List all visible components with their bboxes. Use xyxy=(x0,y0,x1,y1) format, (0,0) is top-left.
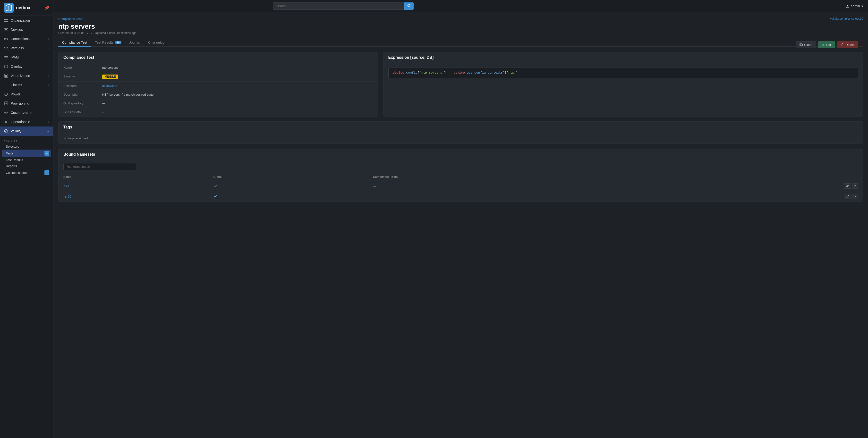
sidebar-item-wireless[interactable]: Wireless › xyxy=(0,43,53,53)
svg-rect-6 xyxy=(5,29,7,30)
sidebar-item-operations[interactable]: Operations 8 › xyxy=(0,117,53,126)
namesets-table: Name Global Compliance Tests ns-1 xyxy=(59,174,863,202)
svg-point-20 xyxy=(407,4,410,6)
svg-rect-3 xyxy=(4,21,6,22)
code-object: device xyxy=(393,71,404,74)
svg-point-8 xyxy=(7,38,8,39)
row-chevron-button[interactable]: ▾ xyxy=(852,194,858,199)
org-icon xyxy=(4,18,8,23)
nameset-compliance-cell: — xyxy=(368,181,661,191)
svg-point-18 xyxy=(5,121,7,123)
col-global: Global xyxy=(209,174,368,181)
nameset-name-cell: ns-50 xyxy=(59,191,209,202)
tab-bar: Compliance Test Test Results 16 Journal … xyxy=(58,39,863,47)
detail-label-git-repo: Git Repository xyxy=(59,99,97,107)
sidebar-item-virtualization[interactable]: Virtualization › xyxy=(0,71,53,81)
tab-compliance-test[interactable]: Compliance Test xyxy=(58,39,91,47)
sidebar-item-overlay[interactable]: Overlay › xyxy=(0,62,53,71)
breadcrumb-link[interactable]: Compliance Tests xyxy=(58,17,83,21)
sidebar-item-label: Devices xyxy=(11,28,23,32)
sidebar-item-label: Connections xyxy=(11,37,30,41)
tab-test-results[interactable]: Test Results 16 xyxy=(91,39,125,47)
search-button[interactable] xyxy=(404,2,413,10)
tab-label: Compliance Test xyxy=(62,40,87,44)
sidebar-item-tests[interactable]: Tests + xyxy=(2,150,51,157)
chevron-right-icon: › xyxy=(48,19,49,22)
netbox-logo xyxy=(4,3,13,12)
search-input[interactable] xyxy=(273,2,404,10)
sidebar-item-customization[interactable]: Customization › xyxy=(0,108,53,117)
severity-badge: MIDDLE xyxy=(102,74,118,79)
tags-card-header: Tags xyxy=(59,122,863,133)
tab-journal[interactable]: Journal xyxy=(125,39,144,47)
sidebar-item-connections[interactable]: Connections › xyxy=(0,34,53,43)
detail-label-severity: Severity xyxy=(59,72,97,81)
sidebar-item-label: Overlay xyxy=(11,65,22,68)
namesets-search-container xyxy=(59,160,863,174)
detail-value-git-file: – xyxy=(97,108,378,116)
sidebar-item-devices[interactable]: Devices › xyxy=(0,25,53,34)
topbar: admin ▾ xyxy=(54,0,868,12)
namesets-table-head: Name Global Compliance Tests xyxy=(59,174,863,181)
code-object2: device xyxy=(454,71,465,74)
sidebar-item-provisioning[interactable]: Provisioning › xyxy=(0,99,53,108)
sidebar-item-label: Operations 8 xyxy=(11,120,30,124)
user-chevron-icon: ▾ xyxy=(862,4,863,8)
sidebar-item-label: Validity xyxy=(11,129,21,133)
chevron-right-icon: › xyxy=(48,102,49,105)
breadcrumb[interactable]: Compliance Tests xyxy=(58,17,863,21)
add-git-repo-button[interactable]: + xyxy=(44,170,49,175)
chevron-down-icon: ⌄ xyxy=(47,129,49,133)
row-chevron-button[interactable]: ▾ xyxy=(852,183,858,189)
row-edit-button[interactable] xyxy=(844,183,851,189)
selectors-link[interactable]: all devices xyxy=(102,84,117,88)
sidebar-item-label: Provisioning xyxy=(11,101,29,105)
svg-point-7 xyxy=(4,38,6,39)
check-icon xyxy=(214,184,217,188)
compliance-test-card-body: Name ntp servers Severity MIDDLE Selecto… xyxy=(59,63,378,116)
nameset-link[interactable]: ns-1 xyxy=(63,184,69,188)
nameset-compliance-cell: — xyxy=(368,191,661,202)
namesets-search-input[interactable] xyxy=(63,163,136,170)
svg-rect-15 xyxy=(5,75,7,77)
code-eq: == xyxy=(446,71,454,74)
sidebar-item-validity[interactable]: Validity ⌄ xyxy=(0,126,53,136)
tab-changelog[interactable]: Changelog xyxy=(144,39,168,47)
pin-icon[interactable]: 📌 xyxy=(44,6,49,10)
svg-rect-12 xyxy=(4,58,8,58)
expression-card-header: Expression [source: DB] xyxy=(383,52,863,63)
tab-label: Test Results xyxy=(95,40,114,44)
row-edit-button[interactable] xyxy=(844,194,851,199)
sidebar-item-power[interactable]: Power › xyxy=(0,90,53,99)
nameset-link[interactable]: ns-50 xyxy=(63,195,71,198)
code-method1: config xyxy=(406,71,417,74)
namesets-table-header-row: Name Global Compliance Tests xyxy=(59,174,863,181)
wireless-icon xyxy=(4,46,8,50)
chevron-right-icon: › xyxy=(48,37,49,40)
sidebar-item-selectors[interactable]: Selectors xyxy=(0,144,53,150)
validity-sub-section: VALIDITY Selectors Tests + Test Results … xyxy=(0,136,53,178)
sidebar-item-label: Wireless xyxy=(11,46,24,50)
edit-button[interactable]: Edit xyxy=(818,41,835,48)
edit-label: Edit xyxy=(826,43,832,46)
edit-icon xyxy=(822,43,825,46)
user-menu[interactable]: admin ▾ xyxy=(845,4,863,8)
nameset-name-cell: ns-1 xyxy=(59,181,209,191)
expression-card: Expression [source: DB] device.config['n… xyxy=(383,52,863,117)
sidebar-item-test-results[interactable]: Test Results xyxy=(0,157,53,163)
sidebar-item-circuits[interactable]: Circuits › xyxy=(0,81,53,90)
delete-button[interactable]: Delete xyxy=(837,41,858,48)
detail-label-git-file: Git File Path xyxy=(59,108,97,116)
sidebar-item-reports[interactable]: Reports xyxy=(0,163,53,169)
sidebar-item-organization[interactable]: Organization › xyxy=(0,16,53,25)
clone-button[interactable]: Clone xyxy=(796,41,816,48)
add-test-button[interactable]: + xyxy=(44,151,49,156)
code-str1: 'ntp-servers' xyxy=(420,71,444,74)
sidebar-item-git-repositories[interactable]: Git Repositories + xyxy=(0,169,53,176)
sidebar-item-label: IPAM xyxy=(11,55,19,59)
main-nav: Organization › Devices › Connections › W… xyxy=(0,16,53,136)
sidebar-item-ipam[interactable]: IPAM › xyxy=(0,53,53,62)
expression-code: device.config['ntp-servers'] == device.g… xyxy=(388,67,858,78)
sidebar-logo: netbox 📌 xyxy=(0,0,53,16)
search-container xyxy=(273,2,413,10)
